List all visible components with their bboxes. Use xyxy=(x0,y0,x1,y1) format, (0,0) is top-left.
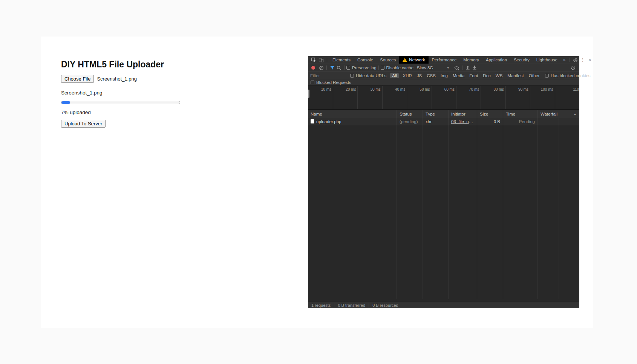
column-header-type[interactable]: Type xyxy=(423,110,449,118)
kebab-menu-icon[interactable]: ⋮ xyxy=(579,56,586,63)
tab-network-label: Network xyxy=(409,58,425,62)
column-gridline xyxy=(397,125,397,299)
checkbox-icon xyxy=(346,66,350,70)
tab-memory[interactable]: Memory xyxy=(460,56,482,64)
column-header-size[interactable]: Size xyxy=(477,110,503,118)
close-devtools-icon[interactable]: ✕ xyxy=(586,56,593,63)
request-name-cell[interactable]: uploader.php xyxy=(308,118,397,125)
import-har-icon[interactable] xyxy=(464,65,471,70)
export-har-icon[interactable] xyxy=(471,65,478,70)
choose-file-button[interactable]: Choose File xyxy=(61,75,94,83)
settings-gear-icon[interactable] xyxy=(572,56,579,63)
blocked-requests-checkbox[interactable]: Blocked Requests xyxy=(311,80,351,85)
checkbox-icon xyxy=(545,74,549,78)
network-overview-timeline[interactable]: 10 ms 20 ms 30 ms 40 ms 50 ms 60 ms 70 m… xyxy=(308,85,579,109)
request-size-cell: 0 B xyxy=(477,118,503,125)
has-blocked-cookies-checkbox[interactable]: Has blocked cookies xyxy=(545,73,590,78)
devtools-panel: Elements Console Sources ! Network Perfo… xyxy=(308,56,579,308)
ruler-tick: 20 ms xyxy=(333,86,358,109)
devtools-tab-bar: Elements Console Sources ! Network Perfo… xyxy=(308,56,579,64)
tab-lighthouse[interactable]: Lighthouse xyxy=(533,56,561,64)
upload-progress-fill xyxy=(61,101,70,104)
tab-network[interactable]: ! Network xyxy=(399,56,428,64)
requests-table-body xyxy=(308,125,579,302)
filter-type-media[interactable]: Media xyxy=(450,73,467,78)
tab-performance[interactable]: Performance xyxy=(429,56,460,64)
ruler-tick: 30 ms xyxy=(358,86,382,109)
device-toolbar-icon[interactable] xyxy=(317,57,325,62)
filter-type-all[interactable]: All xyxy=(390,73,399,78)
request-name: uploader.php xyxy=(316,119,341,124)
file-picker-row: Choose File Screenshot_1.png xyxy=(61,75,137,83)
filter-type-other[interactable]: Other xyxy=(526,73,542,78)
column-gridline xyxy=(503,125,503,299)
filter-type-ws[interactable]: WS xyxy=(493,73,505,78)
network-toolbar: Preserve log Disable cache Slow 3G ▼ xyxy=(308,64,579,72)
upload-percent-label: 7% uploaded xyxy=(61,110,91,115)
column-gridline xyxy=(537,125,538,299)
search-icon[interactable] xyxy=(335,65,342,70)
throttling-value: Slow 3G xyxy=(417,65,433,70)
ruler-tick: 110 xyxy=(555,86,579,109)
divider xyxy=(462,65,462,70)
clear-icon[interactable] xyxy=(318,65,325,70)
checkbox-icon xyxy=(350,74,354,78)
chevron-down-icon[interactable]: ▼ xyxy=(447,67,449,69)
tab-elements[interactable]: Elements xyxy=(329,56,354,64)
tab-sources[interactable]: Sources xyxy=(377,56,399,64)
request-initiator-cell[interactable]: 03_file_upload… xyxy=(449,118,477,125)
divider xyxy=(327,58,327,62)
disable-cache-checkbox[interactable]: Disable cache xyxy=(381,65,413,70)
waterfall-gridline xyxy=(559,118,559,125)
inspect-element-icon[interactable] xyxy=(310,57,317,62)
ruler-tick: 60 ms xyxy=(432,86,456,109)
filter-type-img[interactable]: Img xyxy=(438,73,450,78)
screen: DIY HTML5 File Uploader Choose File Scre… xyxy=(0,0,637,364)
network-conditions-icon[interactable] xyxy=(453,65,460,70)
column-header-name[interactable]: Name xyxy=(308,110,397,118)
ruler-tick: 70 ms xyxy=(456,86,481,109)
record-button[interactable] xyxy=(311,66,315,70)
tab-application[interactable]: Application xyxy=(482,56,510,64)
initiator-link[interactable]: 03_file_upload… xyxy=(451,119,474,124)
table-row[interactable]: uploader.php (pending) xhr 03_file_uploa… xyxy=(308,118,579,125)
network-settings-gear-icon[interactable] xyxy=(569,65,577,70)
filter-type-css[interactable]: CSS xyxy=(424,73,438,78)
filter-icon[interactable] xyxy=(329,65,335,70)
filter-input[interactable] xyxy=(310,73,347,78)
divider xyxy=(369,303,369,308)
request-status-cell: (pending) xyxy=(397,118,423,125)
page-title: DIY HTML5 File Uploader xyxy=(61,59,164,70)
divider xyxy=(378,65,379,70)
divider xyxy=(61,86,306,86)
filter-type-font[interactable]: Font xyxy=(467,73,481,78)
filter-type-xhr[interactable]: XHR xyxy=(400,73,414,78)
timeline-scroll-handle[interactable] xyxy=(308,90,309,98)
column-header-status[interactable]: Status xyxy=(397,110,423,118)
waterfall-label: Waterfall xyxy=(541,112,557,116)
transferred-summary: 0 B transferred xyxy=(338,303,365,308)
ruler-tick: 10 ms xyxy=(308,86,333,109)
filter-type-js[interactable]: JS xyxy=(414,73,424,78)
ruler-tick: 90 ms xyxy=(506,86,530,109)
throttling-dropdown[interactable]: Slow 3G xyxy=(417,65,433,70)
upload-progress-bar xyxy=(61,101,180,104)
column-header-time[interactable]: Time xyxy=(503,110,538,118)
divider xyxy=(326,65,327,70)
uploading-file-label: Screenshot_1.png xyxy=(61,90,103,96)
filter-type-manifest[interactable]: Manifest xyxy=(505,73,526,78)
column-header-waterfall[interactable]: Waterfall ▲ xyxy=(538,110,579,118)
divider xyxy=(344,65,345,70)
tab-console[interactable]: Console xyxy=(354,56,377,64)
hide-data-urls-checkbox[interactable]: Hide data URLs xyxy=(350,73,386,78)
preserve-log-label: Preserve log xyxy=(352,65,377,70)
sort-ascending-icon: ▲ xyxy=(574,113,576,115)
column-header-initiator[interactable]: Initiator xyxy=(449,110,477,118)
ruler-tick: 100 ms xyxy=(530,86,555,109)
tab-security[interactable]: Security xyxy=(510,56,533,64)
upload-to-server-button[interactable]: Upload To Server xyxy=(61,120,106,128)
filter-type-doc[interactable]: Doc xyxy=(481,73,493,78)
preserve-log-checkbox[interactable]: Preserve log xyxy=(346,65,377,70)
warning-icon: ! xyxy=(403,58,407,62)
more-tabs-icon[interactable]: » xyxy=(561,56,568,64)
